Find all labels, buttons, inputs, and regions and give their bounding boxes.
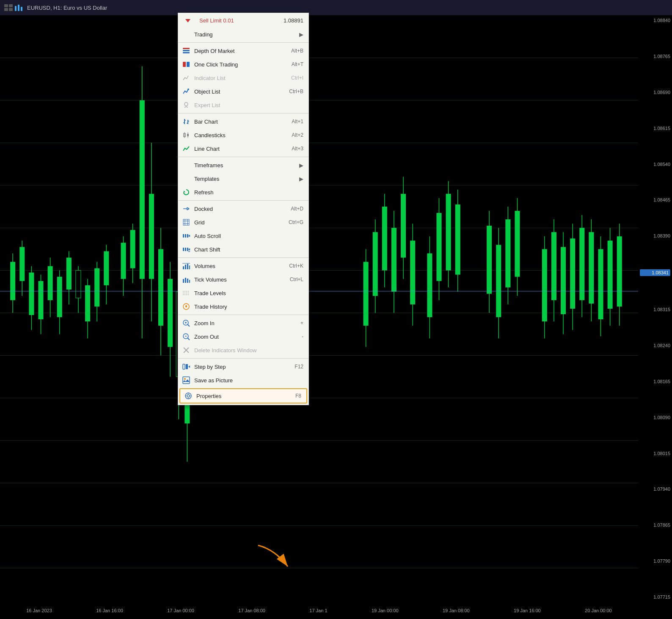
separator-4 bbox=[178, 200, 308, 201]
menu-item-trade-levels[interactable]: Trade Levels bbox=[178, 286, 308, 300]
svg-rect-95 bbox=[579, 228, 584, 300]
menu-label-tick-volumes: Tick Volumes bbox=[194, 276, 286, 283]
svg-rect-87 bbox=[542, 249, 547, 321]
menu-shortcut-zoom-out: - bbox=[302, 334, 303, 340]
menu-item-one-click-trading[interactable]: One Click Trading Alt+T bbox=[178, 58, 308, 71]
menu-shortcut-indicator-list: Ctrl+I bbox=[291, 75, 303, 81]
menu-label-trade-history: Trade History bbox=[194, 304, 303, 310]
menu-item-step-by-step[interactable]: Step by Step F12 bbox=[178, 360, 308, 373]
svg-rect-142 bbox=[183, 266, 184, 269]
svg-rect-5 bbox=[18, 5, 19, 11]
svg-marker-171 bbox=[183, 379, 190, 382]
svg-rect-110 bbox=[187, 62, 190, 67]
svg-rect-150 bbox=[189, 280, 190, 283]
sell-limit-label: Sell Limit 0.01 bbox=[199, 17, 280, 24]
menu-item-object-list[interactable]: Object List Ctrl+B bbox=[178, 85, 308, 98]
svg-rect-144 bbox=[187, 264, 188, 269]
svg-line-160 bbox=[187, 324, 190, 326]
menu-item-line-chart[interactable]: Line Chart Alt+3 bbox=[178, 142, 308, 155]
menu-shortcut-dom: Alt+B bbox=[291, 48, 303, 54]
menu-item-save-as-picture[interactable]: Save as Picture bbox=[178, 373, 308, 387]
svg-rect-35 bbox=[76, 271, 81, 298]
svg-rect-148 bbox=[185, 278, 186, 283]
menu-shortcut-object-list: Ctrl+B bbox=[289, 88, 303, 94]
top-bar-icons bbox=[4, 4, 24, 11]
svg-point-172 bbox=[185, 393, 191, 399]
price-label: 1.08240 bbox=[640, 343, 670, 348]
separator-3 bbox=[178, 157, 308, 157]
price-label: 1.08465 bbox=[640, 197, 670, 202]
menu-label-grid: Grid bbox=[194, 219, 284, 226]
svg-rect-77 bbox=[455, 204, 460, 275]
chart-canvas[interactable] bbox=[0, 15, 638, 602]
price-label: 1.07865 bbox=[640, 522, 670, 528]
svg-rect-134 bbox=[185, 234, 186, 238]
menu-item-trading[interactable]: Trading ▶ bbox=[178, 28, 308, 41]
menu-item-zoom-in[interactable]: Zoom In + bbox=[178, 316, 308, 330]
svg-rect-3 bbox=[9, 8, 13, 11]
svg-rect-73 bbox=[436, 213, 441, 281]
menu-label-candlesticks: Candlesticks bbox=[194, 132, 287, 138]
menu-item-depth-of-market[interactable]: Depth Of Market Alt+B bbox=[178, 44, 308, 58]
separator-1 bbox=[178, 42, 308, 43]
candlesticks-icon bbox=[182, 130, 191, 140]
menu-shortcut-line-chart: Alt+3 bbox=[292, 146, 303, 152]
svg-rect-83 bbox=[505, 219, 510, 287]
menu-item-indicator-list[interactable]: Indicator List Ctrl+I bbox=[178, 71, 308, 85]
grid-icon bbox=[182, 218, 191, 227]
menu-item-tick-volumes[interactable]: Tick Volumes Ctrl+L bbox=[178, 273, 308, 286]
svg-rect-108 bbox=[183, 52, 190, 53]
menu-item-docked[interactable]: Docked Alt+D bbox=[178, 202, 308, 216]
step-by-step-icon bbox=[182, 362, 191, 371]
menu-item-refresh[interactable]: Refresh bbox=[178, 185, 308, 199]
svg-point-156 bbox=[185, 306, 187, 307]
menu-item-bar-chart[interactable]: Bar Chart Alt+1 bbox=[178, 115, 308, 128]
svg-rect-109 bbox=[183, 62, 186, 67]
menu-item-timeframes[interactable]: Timeframes ▶ bbox=[178, 158, 308, 172]
menu-item-candlesticks[interactable]: Candlesticks Alt+2 bbox=[178, 128, 308, 142]
menu-label-step-by-step: Step by Step bbox=[194, 364, 290, 370]
price-label: 1.08341 bbox=[640, 269, 670, 276]
chart-type-icon bbox=[14, 4, 24, 11]
auto-scroll-icon bbox=[182, 231, 191, 240]
svg-rect-21 bbox=[10, 262, 15, 300]
menu-item-auto-scroll[interactable]: Auto Scroll bbox=[178, 229, 308, 243]
time-label: 20 Jan 00:00 bbox=[585, 608, 612, 613]
menu-item-volumes[interactable]: Volumes Ctrl+K bbox=[178, 259, 308, 273]
price-label: 1.08315 bbox=[640, 307, 670, 312]
svg-rect-122 bbox=[187, 134, 189, 136]
menu-item-zoom-out[interactable]: Zoom Out - bbox=[178, 330, 308, 343]
menu-item-expert-list[interactable]: Expert List bbox=[178, 98, 308, 112]
svg-rect-69 bbox=[410, 240, 415, 304]
menu-item-properties[interactable]: Properties F8 bbox=[179, 388, 307, 403]
svg-rect-169 bbox=[183, 377, 190, 384]
menu-item-templates[interactable]: Templates ▶ bbox=[178, 172, 308, 185]
menu-item-grid[interactable]: Grid Ctrl+G bbox=[178, 216, 308, 229]
menu-item-delete-indicators[interactable]: Delete Indicators Window bbox=[178, 343, 308, 357]
candlestick-chart bbox=[0, 15, 638, 602]
menu-label-dom: Depth Of Market bbox=[194, 48, 287, 54]
svg-rect-132 bbox=[183, 219, 189, 225]
svg-rect-85 bbox=[515, 211, 520, 277]
menu-shortcut-tick-volumes: Ctrl+L bbox=[290, 276, 303, 282]
menu-label-templates: Templates bbox=[194, 176, 297, 182]
menu-label-trading: Trading bbox=[194, 31, 297, 38]
menu-label-bar-chart: Bar Chart bbox=[194, 119, 287, 125]
svg-rect-43 bbox=[121, 243, 126, 279]
svg-rect-91 bbox=[561, 247, 566, 314]
svg-rect-25 bbox=[29, 273, 34, 315]
volumes-icon bbox=[182, 261, 191, 271]
svg-rect-41 bbox=[104, 251, 109, 285]
window-icon bbox=[4, 4, 13, 11]
svg-rect-99 bbox=[598, 249, 603, 319]
price-label: 1.08090 bbox=[640, 415, 670, 420]
svg-line-163 bbox=[187, 338, 190, 340]
price-label: 1.08165 bbox=[640, 379, 670, 384]
menu-item-trade-history[interactable]: Trade History bbox=[178, 300, 308, 313]
menu-item-chart-shift[interactable]: Chart Shift bbox=[178, 243, 308, 256]
time-label: 17 Jan 00:00 bbox=[167, 608, 194, 613]
down-arrow-icon bbox=[184, 17, 192, 24]
refresh-icon bbox=[182, 188, 191, 197]
sell-limit-icon bbox=[183, 16, 193, 25]
sell-limit-item[interactable]: Sell Limit 0.01 1.08891 bbox=[178, 13, 308, 28]
